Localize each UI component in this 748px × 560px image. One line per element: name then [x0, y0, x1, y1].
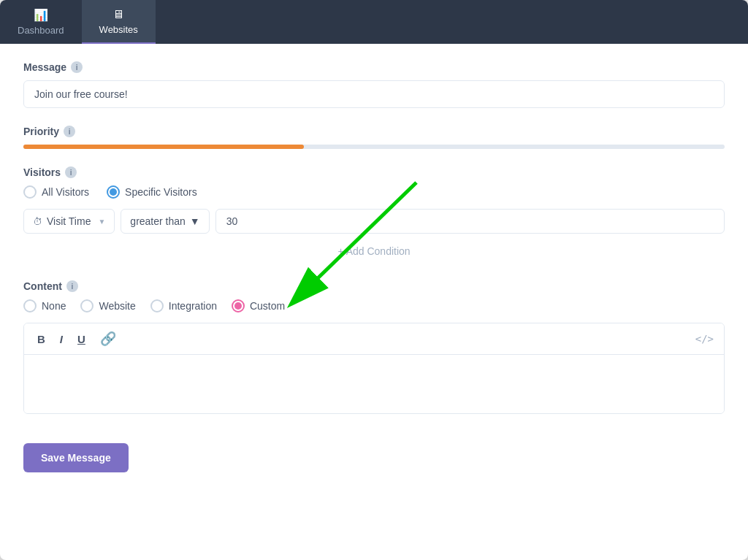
visitors-info-icon[interactable]: i — [65, 166, 77, 178]
radio-outer-specific — [107, 185, 120, 199]
priority-bar-container[interactable] — [23, 145, 725, 149]
operator-select[interactable]: greater than ▼ — [121, 209, 209, 234]
nav-label-dashboard: Dashboard — [18, 25, 64, 36]
content-label: Content i — [23, 280, 725, 292]
italic-button[interactable]: I — [57, 331, 66, 347]
content-radio-group: None Website Integration Custom — [23, 299, 725, 312]
dashboard-icon: 📊 — [34, 8, 48, 22]
main-content: Message i Priority i Visitors i — [0, 44, 748, 560]
websites-icon: 🖥 — [112, 8, 124, 21]
save-message-button[interactable]: Save Message — [23, 443, 129, 472]
radio-outer-website — [80, 299, 94, 312]
message-section: Message i — [23, 61, 725, 108]
clock-icon: ⏱ — [33, 216, 42, 227]
radio-specific-visitors[interactable]: Specific Visitors — [107, 185, 197, 199]
condition-value-input[interactable] — [215, 209, 725, 234]
add-condition-button[interactable]: + Add Condition — [23, 239, 725, 263]
message-input[interactable] — [23, 80, 725, 108]
visitors-radio-group: All Visitors Specific Visitors — [23, 185, 725, 199]
radio-outer-custom — [232, 299, 245, 312]
visitors-section: Visitors i All Visitors Specific Visitor… — [23, 166, 725, 263]
nav-bar: 📊 Dashboard 🖥 Websites — [0, 0, 748, 44]
nav-label-websites: Websites — [99, 24, 138, 35]
priority-bar-fill — [23, 145, 304, 149]
nav-item-websites[interactable]: 🖥 Websites — [82, 0, 156, 44]
priority-bar-track — [23, 145, 725, 149]
radio-integration[interactable]: Integration — [150, 299, 217, 312]
visit-time-arrow: ▼ — [98, 218, 105, 226]
priority-info-icon[interactable]: i — [64, 126, 75, 137]
radio-outer-all — [23, 185, 37, 199]
radio-website[interactable]: Website — [80, 299, 135, 312]
radio-outer-none — [23, 299, 37, 312]
radio-all-visitors[interactable]: All Visitors — [23, 185, 89, 199]
editor-toolbar: B I U 🔗 </> — [24, 323, 724, 355]
underline-button[interactable]: U — [75, 331, 88, 347]
radio-outer-integration — [150, 299, 164, 312]
nav-item-dashboard[interactable]: 📊 Dashboard — [0, 0, 82, 44]
content-section: Content i None Website Integration — [23, 280, 725, 414]
radio-inner-custom — [234, 302, 242, 310]
radio-custom[interactable]: Custom — [232, 299, 285, 312]
code-button[interactable]: </> — [695, 333, 714, 345]
priority-label: Priority i — [23, 126, 725, 137]
content-info-icon[interactable]: i — [66, 280, 78, 292]
visit-time-select[interactable]: ⏱ Visit Time ▼ — [23, 209, 115, 234]
message-label: Message i — [23, 61, 725, 73]
message-info-icon[interactable]: i — [71, 61, 83, 73]
operator-arrow: ▼ — [190, 215, 200, 227]
app-window: 📊 Dashboard 🖥 Websites Message i — [0, 0, 748, 560]
radio-none[interactable]: None — [23, 299, 66, 312]
bold-button[interactable]: B — [34, 331, 48, 347]
link-button[interactable]: 🔗 — [97, 329, 119, 348]
priority-section: Priority i — [23, 126, 725, 149]
visitors-label: Visitors i — [23, 166, 725, 178]
radio-inner-specific — [110, 188, 117, 196]
editor-container: B I U 🔗 </> — [23, 323, 725, 414]
editor-body[interactable] — [24, 355, 724, 413]
toolbar-left: B I U 🔗 — [34, 329, 119, 348]
condition-row: ⏱ Visit Time ▼ greater than ▼ — [23, 209, 725, 234]
